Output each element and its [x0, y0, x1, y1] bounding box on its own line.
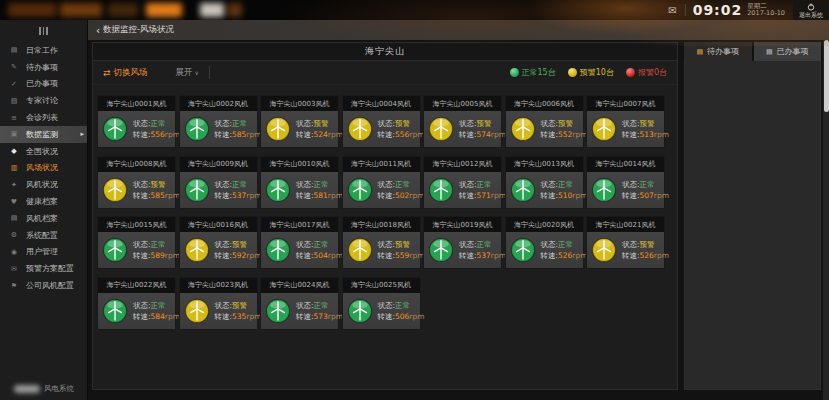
clipboard-icon: ▤ [696, 48, 703, 56]
sidebar-item-用户管理[interactable]: ◉用户管理 [0, 244, 87, 261]
wind-turbine-icon [184, 237, 210, 263]
turbine-card[interactable]: 海宁尖山0001风机状态:正常转速:556rpm [97, 95, 176, 148]
turbine-card[interactable]: 海宁尖山0011风机状态:正常转速:502rpm [342, 156, 421, 209]
rpm-value: 573 [314, 312, 328, 321]
turbine-card[interactable]: 海宁尖山0013风机状态:正常转速:510rpm [505, 156, 584, 209]
turbine-card[interactable]: 海宁尖山0010风机状态:正常转速:581rpm [260, 156, 339, 209]
status-label: 状态: [296, 180, 314, 189]
turbine-name: 海宁尖山0014风机 [596, 159, 656, 169]
sidebar-item-专家讨论[interactable]: ▧专家讨论 [0, 92, 87, 109]
rpm-label: 转速: [378, 130, 396, 139]
logo-block [108, 3, 138, 17]
sidebar-item-风机状况[interactable]: ✦风机状况 [0, 176, 87, 193]
status-value: 正常 [314, 180, 329, 189]
sidebar-item-数据监测[interactable]: ▣数据监测▸ [0, 126, 87, 143]
rpm-value: 552 [558, 130, 572, 139]
rpm-label: 转速: [133, 251, 151, 260]
turbine-card-header: 海宁尖山0009风机 [180, 157, 257, 172]
turbine-name: 海宁尖山0023风机 [188, 280, 248, 290]
turbine-card[interactable]: 海宁尖山0003风机状态:预警转速:524rpm [260, 95, 339, 148]
turbine-card-header: 海宁尖山0021风机 [587, 217, 664, 232]
logo-block [200, 3, 224, 17]
sidebar-item-label: 风机档案 [26, 213, 58, 224]
scrollbar-thumb[interactable] [824, 40, 829, 112]
logo-block [228, 3, 242, 17]
rpm-value: 502 [395, 191, 409, 200]
switch-farm-label: 切换风场 [114, 67, 148, 79]
turbine-card[interactable]: 海宁尖山0015风机状态:正常转速:589rpm [97, 216, 176, 269]
logo-block [60, 3, 102, 17]
scrollbar-track[interactable] [823, 20, 829, 400]
turbine-card-body: 状态:预警转速:552rpm [506, 111, 583, 147]
turbine-card[interactable]: 海宁尖山0023风机状态:预警转速:535rpm [179, 277, 258, 330]
sidebar-item-风场状况[interactable]: ▥风场状况 [0, 160, 87, 177]
turbine-card[interactable]: 海宁尖山0020风机状态:正常转速:526rpm [505, 216, 584, 269]
sidebar-item-label: 全国状况 [26, 146, 58, 157]
status-label: 状态: [296, 240, 314, 249]
turbine-card-header: 海宁尖山0020风机 [506, 217, 583, 232]
turbine-card[interactable]: 海宁尖山0004风机状态:预警转速:556rpm [342, 95, 421, 148]
back-chevron-icon[interactable]: ‹ [96, 25, 100, 36]
breadcrumb[interactable]: ‹ 数据监控-风场状况 [96, 24, 174, 36]
wind-turbine-icon [428, 177, 454, 203]
turbine-card[interactable]: 海宁尖山0017风机状态:正常转速:504rpm [260, 216, 339, 269]
turbine-card[interactable]: 海宁尖山0021风机状态:预警转速:526rpm [586, 216, 665, 269]
turbine-card[interactable]: 海宁尖山0024风机状态:正常转速:573rpm [260, 277, 339, 330]
turbine-card[interactable]: 海宁尖山0018风机状态:预警转速:559rpm [342, 216, 421, 269]
rpm-value: 504 [314, 251, 328, 260]
turbine-name: 海宁尖山0002风机 [188, 99, 248, 109]
turbine-card[interactable]: 海宁尖山0025风机状态:正常转速:506rpm [342, 277, 421, 330]
turbine-card-header: 海宁尖山0007风机 [587, 96, 664, 111]
sidebar-item-已办事项[interactable]: ✓已办事项 [0, 76, 87, 93]
sidebar-item-公司风机配置[interactable]: ⚑公司风机配置 [0, 277, 87, 294]
turbine-card[interactable]: 海宁尖山0005风机状态:预警转速:574rpm [423, 95, 502, 148]
mail-icon[interactable]: ✉ [668, 5, 676, 16]
breadcrumb-text: 数据监控-风场状况 [103, 24, 174, 36]
status-label: 状态: [133, 180, 151, 189]
sidebar-item-日常工作[interactable]: ▤日常工作 [0, 42, 87, 59]
turbine-name: 海宁尖山0018风机 [351, 220, 411, 230]
turbine-card[interactable]: 海宁尖山0014风机状态:正常转速:507rpm [586, 156, 665, 209]
health-icon: ♥ [9, 198, 19, 206]
turbine-card[interactable]: 海宁尖山0008风机状态:预警转速:585rpm [97, 156, 176, 209]
sidebar-item-预警方案配置[interactable]: ✉预警方案配置 [0, 260, 87, 277]
app-window: ✉ 09:02 星期二 2017-10-10 退出系统 ‹ 数据监控-风场状况 [0, 0, 829, 400]
sidebar-item-待办事项[interactable]: ✎待办事项 [0, 59, 87, 76]
turbine-card[interactable]: 海宁尖山0009风机状态:正常转速:537rpm [179, 156, 258, 209]
rpm-value: 556 [395, 130, 409, 139]
sidebar-item-会诊列表[interactable]: ≡会诊列表 [0, 109, 87, 126]
turbine-card[interactable]: 海宁尖山0007风机状态:预警转速:513rpm [586, 95, 665, 148]
sidebar-collapse-button[interactable] [0, 20, 87, 42]
switch-farm-button[interactable]: ⇄ 切换风场 [103, 67, 148, 79]
turbine-card-body: 状态:正常转速:507rpm [587, 172, 664, 208]
logout-button[interactable]: 退出系统 [793, 0, 829, 20]
turbine-card[interactable]: 海宁尖山0016风机状态:预警转速:592rpm [179, 216, 258, 269]
logo-block [8, 3, 56, 17]
turbine-name: 海宁尖山0012风机 [433, 159, 493, 169]
header-strip: ‹ 数据监控-风场状况 [88, 20, 829, 40]
turbine-card[interactable]: 海宁尖山0002风机状态:正常转速:585rpm [179, 95, 258, 148]
wind-turbine-icon [591, 237, 617, 263]
rpm-label: 转速: [133, 312, 151, 321]
plan-config-icon: ✉ [9, 265, 19, 273]
turbine-card[interactable]: 海宁尖山0012风机状态:正常转速:571rpm [423, 156, 502, 209]
expand-button[interactable]: 展开 ∨ [176, 67, 199, 79]
turbine-card[interactable]: 海宁尖山0006风机状态:预警转速:552rpm [505, 95, 584, 148]
sidebar-item-系统配置[interactable]: ⚙系统配置 [0, 227, 87, 244]
sidebar-item-健康档案[interactable]: ♥健康档案 [0, 193, 87, 210]
turbine-card-body: 状态:正常转速:573rpm [261, 293, 338, 329]
topbar: ✉ 09:02 星期二 2017-10-10 退出系统 [0, 0, 829, 20]
turbine-card[interactable]: 海宁尖山0022风机状态:正常转速:584rpm [97, 277, 176, 330]
sidebar-item-全国状况[interactable]: ◆全国状况 [0, 143, 87, 160]
rpm-label: 转速: [378, 191, 396, 200]
wind-turbine-icon [265, 116, 291, 142]
task-panel: ▤待办事项▤已办事项 [684, 42, 821, 390]
turbine-card-body: 状态:正常转速:589rpm [98, 232, 175, 268]
sidebar-item-风机档案[interactable]: ▤风机档案 [0, 210, 87, 227]
wind-turbine-icon [265, 177, 291, 203]
status-value: 正常 [151, 301, 166, 310]
turbine-card[interactable]: 海宁尖山0019风机状态:正常转速:537rpm [423, 216, 502, 269]
tab-待办事项[interactable]: ▤待办事项 [684, 42, 752, 61]
status-value: 预警 [314, 119, 329, 128]
tab-已办事项[interactable]: ▤已办事项 [754, 42, 822, 61]
